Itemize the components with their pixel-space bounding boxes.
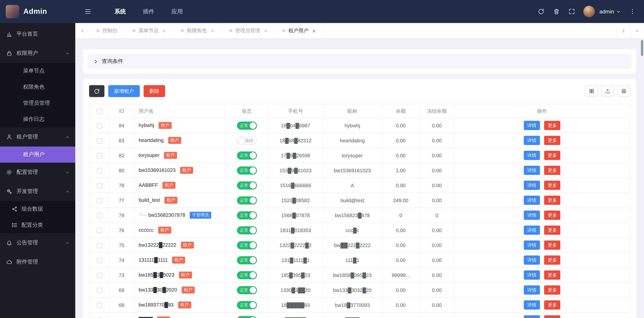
status-toggle[interactable]: 冻结 [237, 136, 257, 144]
tab-close-icon[interactable]: × [264, 28, 268, 33]
export-button[interactable] [601, 85, 614, 97]
tab-close-icon[interactable]: × [162, 28, 166, 33]
detail-button[interactable]: 详情 [524, 226, 540, 235]
select-all-checkbox[interactable] [96, 109, 102, 114]
sidebar-item-logs[interactable]: 操作日志 [0, 111, 75, 127]
status-toggle[interactable]: 正常 [237, 286, 257, 294]
sidebar-item-combined-data[interactable]: 组合数据 [0, 201, 75, 217]
row-checkbox[interactable] [96, 258, 102, 263]
row-checkbox[interactable] [96, 228, 102, 233]
tab-menu-node[interactable]: 菜单节点 × [125, 23, 174, 38]
row-checkbox[interactable] [96, 273, 102, 278]
delete-button[interactable]: 删除 [144, 85, 165, 97]
detail-button[interactable]: 详情 [524, 121, 540, 130]
detail-button[interactable]: 详情 [524, 285, 540, 295]
status-toggle[interactable]: 正常 [237, 211, 257, 219]
more-button[interactable]: 更多 [544, 285, 560, 295]
more-button[interactable]: 更多 [544, 166, 560, 175]
sidebar-item-config-category[interactable]: 配置分类 [0, 217, 75, 233]
sidebar-item-tenant-users[interactable]: 租户用户 [0, 147, 75, 163]
sidebar-item-roles[interactable]: 权限角色 [0, 79, 75, 95]
status-toggle[interactable]: 正常 [237, 181, 257, 189]
add-tenant-button[interactable]: 新增租户 [108, 85, 140, 97]
sidebar-group-dev[interactable]: 开发管理 [0, 182, 75, 201]
detail-button[interactable]: 详情 [524, 271, 540, 280]
column-header-balance[interactable]: 余额 [382, 104, 420, 118]
table-refresh-button[interactable] [89, 85, 104, 97]
status-toggle[interactable]: 正常 [237, 271, 257, 279]
more-button[interactable]: 更多 [544, 241, 560, 250]
status-toggle[interactable]: 正常 [237, 301, 257, 309]
column-header-status[interactable]: 状态 [225, 104, 268, 118]
status-toggle[interactable]: 正常 [237, 226, 257, 234]
row-checkbox[interactable] [96, 288, 102, 293]
tab-tenant-users[interactable]: 租户用户 × [275, 23, 324, 38]
menu-collapse-button[interactable] [81, 4, 95, 19]
sidebar-group-auth[interactable]: 权限用户 [0, 44, 75, 63]
status-toggle[interactable]: 正常 [237, 196, 257, 204]
row-checkbox[interactable] [96, 183, 102, 188]
nav-item-system[interactable]: 系统 [106, 0, 134, 23]
sidebar-item-admins[interactable]: 管理员管理 [0, 95, 75, 111]
tab-roles[interactable]: 权限角色 × [174, 23, 222, 38]
column-header-username[interactable]: 用户名 [134, 104, 225, 118]
detail-button[interactable]: 详情 [524, 315, 540, 318]
tabs-menu-button[interactable] [630, 23, 644, 38]
more-button[interactable]: 更多 [544, 196, 560, 205]
column-header-frozen-balance[interactable]: 冻结余额 [420, 104, 454, 118]
tab-close-icon[interactable]: × [211, 28, 214, 33]
column-header-phone[interactable]: 手机号 [268, 104, 323, 118]
detail-button[interactable]: 详情 [524, 211, 540, 220]
column-header-id[interactable]: ID [109, 104, 134, 118]
detail-button[interactable]: 详情 [524, 300, 540, 310]
row-checkbox[interactable] [96, 153, 102, 158]
column-header-nickname[interactable]: 昵称 [323, 104, 382, 118]
refresh-button[interactable] [534, 4, 548, 18]
status-toggle[interactable]: 正常 [237, 121, 257, 129]
more-button[interactable]: 更多 [544, 136, 560, 145]
row-checkbox[interactable] [96, 138, 102, 143]
row-checkbox[interactable] [96, 168, 102, 173]
more-button[interactable]: 更多 [544, 121, 560, 130]
status-toggle[interactable]: 正常 [237, 256, 257, 264]
sidebar-item-home[interactable]: 平台首页 [0, 24, 75, 44]
print-button[interactable] [617, 85, 630, 97]
more-button[interactable]: 更多 [544, 151, 560, 160]
status-toggle[interactable]: 正常 [237, 316, 257, 318]
row-checkbox[interactable] [96, 243, 102, 248]
detail-button[interactable]: 详情 [524, 136, 540, 145]
nav-item-plugins[interactable]: 插件 [134, 0, 163, 23]
detail-button[interactable]: 详情 [524, 196, 540, 205]
query-conditions-toggle[interactable]: 查询条件 [88, 54, 632, 69]
row-checkbox[interactable] [96, 123, 102, 128]
more-button[interactable]: 更多 [544, 211, 560, 220]
detail-button[interactable]: 详情 [524, 241, 540, 250]
user-dropdown[interactable]: admin [596, 8, 624, 14]
more-button[interactable]: 更多 [544, 226, 560, 235]
sidebar-group-notice[interactable]: 公告管理 [0, 233, 75, 252]
detail-button[interactable]: 详情 [524, 151, 540, 160]
sidebar-item-attachments[interactable]: 附件管理 [0, 252, 75, 272]
sidebar-item-menu-node[interactable]: 菜单节点 [0, 63, 75, 79]
sidebar-group-config[interactable]: 配置管理 [0, 163, 75, 182]
clear-cache-button[interactable] [550, 4, 563, 18]
status-toggle[interactable]: 正常 [237, 241, 257, 249]
more-button[interactable]: 更多 [544, 181, 560, 190]
more-menu-button[interactable] [626, 4, 640, 18]
nav-item-apps[interactable]: 应用 [163, 0, 191, 23]
row-checkbox[interactable] [96, 198, 102, 203]
detail-button[interactable]: 详情 [524, 181, 540, 190]
fullscreen-button[interactable] [565, 4, 579, 18]
row-checkbox[interactable] [96, 213, 102, 218]
detail-button[interactable]: 详情 [524, 166, 540, 175]
tab-console[interactable]: 控制台 [89, 23, 125, 38]
sidebar-group-tenant[interactable]: 租户管理 [0, 127, 75, 147]
more-button[interactable]: 更多 [544, 271, 560, 280]
user-avatar[interactable] [583, 6, 595, 17]
tabs-scroll-right-button[interactable] [616, 23, 630, 38]
more-button[interactable]: 更多 [544, 300, 560, 310]
more-button[interactable]: 更多 [544, 256, 560, 265]
tabs-scroll-left-button[interactable] [75, 23, 89, 38]
more-button[interactable]: 更多 [544, 315, 560, 318]
scrollbar-thumb[interactable] [641, 40, 643, 56]
